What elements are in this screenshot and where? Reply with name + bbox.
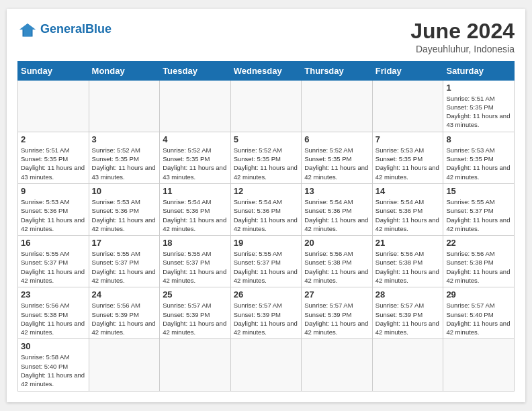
- day-number: 15: [446, 186, 511, 196]
- day-info: Sunrise: 5:53 AMSunset: 5:35 PMDaylight:…: [375, 146, 441, 181]
- table-row: [160, 80, 231, 132]
- day-number: 17: [92, 238, 157, 248]
- day-info: Sunrise: 5:58 AMSunset: 5:40 PMDaylight:…: [21, 353, 86, 388]
- table-row: 26Sunrise: 5:57 AMSunset: 5:39 PMDayligh…: [230, 287, 302, 339]
- header-wednesday: Wednesday: [230, 61, 302, 80]
- table-row: 30Sunrise: 5:58 AMSunset: 5:40 PMDayligh…: [18, 339, 89, 391]
- day-number: 14: [375, 186, 441, 196]
- table-row: [302, 80, 373, 132]
- day-info: Sunrise: 5:51 AMSunset: 5:35 PMDaylight:…: [446, 94, 511, 130]
- day-info: Sunrise: 5:51 AMSunset: 5:35 PMDaylight:…: [21, 146, 86, 181]
- table-row: [18, 80, 89, 132]
- table-row: [372, 80, 443, 132]
- day-number: 8: [446, 134, 511, 144]
- header: GeneralBlue June 2024 Dayeuhluhur, Indon…: [17, 19, 515, 54]
- day-number: 3: [92, 134, 157, 144]
- location-subtitle: Dayeuhluhur, Indonesia: [410, 44, 515, 54]
- table-row: 22Sunrise: 5:56 AMSunset: 5:38 PMDayligh…: [443, 236, 515, 287]
- calendar-row-2: 2Sunrise: 5:51 AMSunset: 5:35 PMDaylight…: [18, 132, 515, 183]
- day-info: Sunrise: 5:54 AMSunset: 5:36 PMDaylight:…: [163, 197, 228, 233]
- header-thursday: Thursday: [302, 61, 373, 80]
- day-number: 12: [234, 186, 299, 196]
- day-info: Sunrise: 5:57 AMSunset: 5:39 PMDaylight:…: [304, 301, 369, 336]
- header-friday: Friday: [372, 61, 443, 80]
- day-info: Sunrise: 5:54 AMSunset: 5:36 PMDaylight:…: [234, 197, 299, 233]
- day-number: 7: [375, 134, 441, 144]
- day-number: 19: [234, 238, 299, 248]
- table-row: 21Sunrise: 5:56 AMSunset: 5:38 PMDayligh…: [372, 236, 443, 287]
- weekday-header-row: Sunday Monday Tuesday Wednesday Thursday…: [18, 61, 515, 80]
- table-row: 19Sunrise: 5:55 AMSunset: 5:37 PMDayligh…: [230, 236, 302, 287]
- table-row: [230, 339, 302, 391]
- day-info: Sunrise: 5:52 AMSunset: 5:35 PMDaylight:…: [234, 146, 299, 181]
- day-info: Sunrise: 5:57 AMSunset: 5:39 PMDaylight:…: [375, 301, 441, 336]
- table-row: 8Sunrise: 5:53 AMSunset: 5:35 PMDaylight…: [443, 132, 515, 183]
- calendar-row-3: 9Sunrise: 5:53 AMSunset: 5:36 PMDaylight…: [18, 183, 515, 235]
- day-info: Sunrise: 5:53 AMSunset: 5:36 PMDaylight:…: [92, 197, 157, 233]
- header-saturday: Saturday: [443, 61, 515, 80]
- table-row: 15Sunrise: 5:55 AMSunset: 5:37 PMDayligh…: [443, 183, 515, 235]
- calendar-row-5: 23Sunrise: 5:56 AMSunset: 5:38 PMDayligh…: [18, 287, 515, 339]
- day-info: Sunrise: 5:56 AMSunset: 5:39 PMDaylight:…: [92, 301, 157, 336]
- day-number: 9: [21, 186, 86, 196]
- calendar-row-6: 30Sunrise: 5:58 AMSunset: 5:40 PMDayligh…: [18, 339, 515, 391]
- day-info: Sunrise: 5:55 AMSunset: 5:37 PMDaylight:…: [163, 249, 228, 285]
- table-row: 6Sunrise: 5:52 AMSunset: 5:35 PMDaylight…: [302, 132, 373, 183]
- table-row: 10Sunrise: 5:53 AMSunset: 5:36 PMDayligh…: [89, 183, 160, 235]
- day-number: 30: [21, 341, 86, 351]
- table-row: 4Sunrise: 5:52 AMSunset: 5:35 PMDaylight…: [160, 132, 231, 183]
- day-info: Sunrise: 5:55 AMSunset: 5:37 PMDaylight:…: [21, 249, 86, 285]
- table-row: 24Sunrise: 5:56 AMSunset: 5:39 PMDayligh…: [89, 287, 160, 339]
- logo-icon: [17, 19, 38, 40]
- day-number: 27: [304, 289, 369, 300]
- day-info: Sunrise: 5:56 AMSunset: 5:38 PMDaylight:…: [304, 249, 369, 285]
- day-info: Sunrise: 5:57 AMSunset: 5:39 PMDaylight:…: [234, 301, 299, 336]
- header-tuesday: Tuesday: [160, 61, 231, 80]
- day-number: 2: [21, 134, 86, 144]
- table-row: 25Sunrise: 5:57 AMSunset: 5:39 PMDayligh…: [160, 287, 231, 339]
- table-row: 28Sunrise: 5:57 AMSunset: 5:39 PMDayligh…: [372, 287, 443, 339]
- table-row: [160, 339, 231, 391]
- day-info: Sunrise: 5:52 AMSunset: 5:35 PMDaylight:…: [163, 146, 228, 181]
- day-number: 13: [304, 186, 369, 196]
- table-row: [443, 339, 515, 391]
- day-number: 24: [92, 289, 157, 300]
- table-row: 5Sunrise: 5:52 AMSunset: 5:35 PMDaylight…: [230, 132, 302, 183]
- day-info: Sunrise: 5:57 AMSunset: 5:39 PMDaylight:…: [163, 301, 228, 336]
- day-info: Sunrise: 5:53 AMSunset: 5:35 PMDaylight:…: [446, 146, 511, 181]
- table-row: 12Sunrise: 5:54 AMSunset: 5:36 PMDayligh…: [230, 183, 302, 235]
- table-row: 14Sunrise: 5:54 AMSunset: 5:36 PMDayligh…: [372, 183, 443, 235]
- table-row: [302, 339, 373, 391]
- day-number: 29: [446, 289, 511, 300]
- day-number: 6: [304, 134, 369, 144]
- table-row: [89, 339, 160, 391]
- table-row: 17Sunrise: 5:55 AMSunset: 5:37 PMDayligh…: [89, 236, 160, 287]
- day-number: 18: [163, 238, 228, 248]
- day-number: 26: [234, 289, 299, 300]
- table-row: 13Sunrise: 5:54 AMSunset: 5:36 PMDayligh…: [302, 183, 373, 235]
- table-row: 2Sunrise: 5:51 AMSunset: 5:35 PMDaylight…: [18, 132, 89, 183]
- logo-general: General: [40, 22, 85, 36]
- day-number: 20: [304, 238, 369, 248]
- day-info: Sunrise: 5:55 AMSunset: 5:37 PMDaylight:…: [234, 249, 299, 285]
- table-row: 29Sunrise: 5:57 AMSunset: 5:40 PMDayligh…: [443, 287, 515, 339]
- day-number: 4: [163, 134, 228, 144]
- day-info: Sunrise: 5:56 AMSunset: 5:38 PMDaylight:…: [21, 301, 86, 336]
- calendar-row-1: 1Sunrise: 5:51 AMSunset: 5:35 PMDaylight…: [18, 80, 515, 132]
- day-number: 23: [21, 289, 86, 300]
- day-number: 25: [163, 289, 228, 300]
- table-row: [372, 339, 443, 391]
- day-number: 10: [92, 186, 157, 196]
- day-info: Sunrise: 5:55 AMSunset: 5:37 PMDaylight:…: [92, 249, 157, 285]
- table-row: 1Sunrise: 5:51 AMSunset: 5:35 PMDaylight…: [443, 80, 515, 132]
- day-info: Sunrise: 5:56 AMSunset: 5:38 PMDaylight:…: [446, 249, 511, 285]
- table-row: 7Sunrise: 5:53 AMSunset: 5:35 PMDaylight…: [372, 132, 443, 183]
- day-info: Sunrise: 5:52 AMSunset: 5:35 PMDaylight:…: [92, 146, 157, 181]
- day-number: 5: [234, 134, 299, 144]
- table-row: 27Sunrise: 5:57 AMSunset: 5:39 PMDayligh…: [302, 287, 373, 339]
- table-row: 16Sunrise: 5:55 AMSunset: 5:37 PMDayligh…: [18, 236, 89, 287]
- day-info: Sunrise: 5:57 AMSunset: 5:40 PMDaylight:…: [446, 301, 511, 336]
- day-number: 21: [375, 238, 441, 248]
- table-row: 18Sunrise: 5:55 AMSunset: 5:37 PMDayligh…: [160, 236, 231, 287]
- day-info: Sunrise: 5:54 AMSunset: 5:36 PMDaylight:…: [304, 197, 369, 233]
